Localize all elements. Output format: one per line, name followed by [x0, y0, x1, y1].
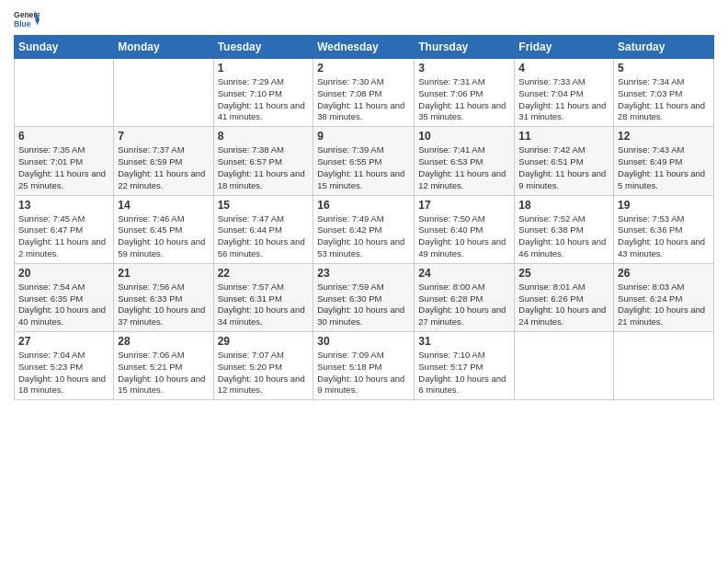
day-number: 26: [618, 267, 710, 280]
calendar-header-monday: Monday: [114, 36, 213, 59]
day-number: 15: [218, 199, 310, 212]
day-info: Sunrise: 7:34 AM Sunset: 7:03 PM Dayligh…: [618, 76, 710, 123]
day-number: 4: [518, 62, 609, 75]
svg-marker-3: [35, 19, 40, 25]
day-info: Sunrise: 7:09 AM Sunset: 5:18 PM Dayligh…: [317, 350, 410, 396]
day-info: Sunrise: 7:10 AM Sunset: 5:17 PM Dayligh…: [418, 350, 510, 396]
calendar-cell: 20Sunrise: 7:54 AM Sunset: 6:35 PM Dayli…: [15, 263, 114, 331]
calendar-cell: 28Sunrise: 7:06 AM Sunset: 5:21 PM Dayli…: [114, 332, 213, 400]
day-info: Sunrise: 7:57 AM Sunset: 6:31 PM Dayligh…: [218, 282, 310, 328]
calendar-cell: 17Sunrise: 7:50 AM Sunset: 6:40 PM Dayli…: [415, 195, 515, 263]
day-info: Sunrise: 7:49 AM Sunset: 6:42 PM Dayligh…: [317, 213, 410, 260]
day-number: 22: [218, 267, 310, 280]
day-number: 5: [618, 62, 710, 75]
calendar-cell: 4Sunrise: 7:33 AM Sunset: 7:04 PM Daylig…: [515, 59, 614, 127]
calendar-cell: 19Sunrise: 7:53 AM Sunset: 6:36 PM Dayli…: [614, 195, 714, 263]
calendar-week-row: 27Sunrise: 7:04 AM Sunset: 5:23 PM Dayli…: [15, 332, 714, 400]
calendar-cell: 3Sunrise: 7:31 AM Sunset: 7:06 PM Daylig…: [415, 59, 515, 127]
calendar-cell: 14Sunrise: 7:46 AM Sunset: 6:45 PM Dayli…: [114, 195, 213, 263]
header: General Blue: [14, 9, 714, 29]
calendar-cell: 22Sunrise: 7:57 AM Sunset: 6:31 PM Dayli…: [213, 263, 313, 331]
day-number: 25: [518, 267, 609, 280]
day-number: 2: [317, 62, 410, 75]
day-info: Sunrise: 7:38 AM Sunset: 6:57 PM Dayligh…: [218, 144, 310, 191]
day-info: Sunrise: 7:30 AM Sunset: 7:08 PM Dayligh…: [317, 76, 410, 123]
day-info: Sunrise: 7:39 AM Sunset: 6:55 PM Dayligh…: [317, 144, 410, 191]
calendar-cell: [515, 332, 614, 400]
calendar-week-row: 20Sunrise: 7:54 AM Sunset: 6:35 PM Dayli…: [15, 263, 714, 331]
calendar-header-saturday: Saturday: [614, 36, 714, 59]
calendar-cell: 10Sunrise: 7:41 AM Sunset: 6:53 PM Dayli…: [415, 127, 515, 195]
day-info: Sunrise: 7:42 AM Sunset: 6:51 PM Dayligh…: [518, 144, 609, 191]
day-info: Sunrise: 7:47 AM Sunset: 6:44 PM Dayligh…: [218, 213, 310, 260]
day-info: Sunrise: 7:35 AM Sunset: 7:01 PM Dayligh…: [18, 144, 109, 191]
calendar-cell: 11Sunrise: 7:42 AM Sunset: 6:51 PM Dayli…: [515, 127, 614, 195]
day-number: 9: [317, 130, 410, 143]
day-info: Sunrise: 8:01 AM Sunset: 6:26 PM Dayligh…: [518, 282, 609, 328]
calendar-cell: 6Sunrise: 7:35 AM Sunset: 7:01 PM Daylig…: [15, 127, 114, 195]
day-number: 19: [618, 199, 710, 212]
calendar-cell: 29Sunrise: 7:07 AM Sunset: 5:20 PM Dayli…: [213, 332, 313, 400]
calendar-cell: 31Sunrise: 7:10 AM Sunset: 5:17 PM Dayli…: [415, 332, 515, 400]
calendar-cell: 9Sunrise: 7:39 AM Sunset: 6:55 PM Daylig…: [313, 127, 415, 195]
logo: General Blue: [14, 9, 40, 29]
day-info: Sunrise: 7:41 AM Sunset: 6:53 PM Dayligh…: [418, 144, 510, 191]
calendar-week-row: 1Sunrise: 7:29 AM Sunset: 7:10 PM Daylig…: [15, 59, 714, 127]
calendar-cell: 15Sunrise: 7:47 AM Sunset: 6:44 PM Dayli…: [213, 195, 313, 263]
day-info: Sunrise: 7:59 AM Sunset: 6:30 PM Dayligh…: [317, 282, 410, 328]
calendar-cell: 13Sunrise: 7:45 AM Sunset: 6:47 PM Dayli…: [15, 195, 114, 263]
day-number: 3: [418, 62, 510, 75]
day-number: 12: [618, 130, 710, 143]
calendar-cell: [15, 59, 114, 127]
day-number: 30: [317, 335, 410, 348]
calendar-cell: 1Sunrise: 7:29 AM Sunset: 7:10 PM Daylig…: [213, 59, 313, 127]
svg-text:Blue: Blue: [14, 19, 31, 29]
day-info: Sunrise: 7:33 AM Sunset: 7:04 PM Dayligh…: [518, 76, 609, 123]
day-info: Sunrise: 7:46 AM Sunset: 6:45 PM Dayligh…: [118, 213, 209, 260]
day-info: Sunrise: 7:37 AM Sunset: 6:59 PM Dayligh…: [118, 144, 209, 191]
calendar-cell: 30Sunrise: 7:09 AM Sunset: 5:18 PM Dayli…: [313, 332, 415, 400]
calendar-cell: 26Sunrise: 8:03 AM Sunset: 6:24 PM Dayli…: [614, 263, 714, 331]
day-info: Sunrise: 7:06 AM Sunset: 5:21 PM Dayligh…: [118, 350, 209, 396]
calendar-cell: 18Sunrise: 7:52 AM Sunset: 6:38 PM Dayli…: [515, 195, 614, 263]
day-number: 18: [518, 199, 609, 212]
day-number: 20: [18, 267, 109, 280]
day-number: 11: [518, 130, 609, 143]
day-info: Sunrise: 7:29 AM Sunset: 7:10 PM Dayligh…: [218, 76, 310, 123]
day-number: 31: [418, 335, 510, 348]
day-info: Sunrise: 7:43 AM Sunset: 6:49 PM Dayligh…: [618, 144, 710, 191]
day-info: Sunrise: 7:56 AM Sunset: 6:33 PM Dayligh…: [118, 282, 209, 328]
day-info: Sunrise: 8:03 AM Sunset: 6:24 PM Dayligh…: [618, 282, 710, 328]
calendar-header-thursday: Thursday: [415, 36, 515, 59]
day-number: 29: [218, 335, 310, 348]
day-info: Sunrise: 7:52 AM Sunset: 6:38 PM Dayligh…: [518, 213, 609, 260]
day-info: Sunrise: 7:45 AM Sunset: 6:47 PM Dayligh…: [18, 213, 109, 260]
day-info: Sunrise: 7:04 AM Sunset: 5:23 PM Dayligh…: [18, 350, 109, 396]
calendar-header-wednesday: Wednesday: [313, 36, 415, 59]
day-number: 10: [418, 130, 510, 143]
day-number: 21: [118, 267, 209, 280]
day-number: 27: [18, 335, 109, 348]
day-number: 17: [418, 199, 510, 212]
day-number: 1: [218, 62, 310, 75]
day-number: 24: [418, 267, 510, 280]
day-info: Sunrise: 7:31 AM Sunset: 7:06 PM Dayligh…: [418, 76, 510, 123]
calendar-cell: 7Sunrise: 7:37 AM Sunset: 6:59 PM Daylig…: [114, 127, 213, 195]
calendar-cell: 24Sunrise: 8:00 AM Sunset: 6:28 PM Dayli…: [415, 263, 515, 331]
calendar-cell: 27Sunrise: 7:04 AM Sunset: 5:23 PM Dayli…: [15, 332, 114, 400]
calendar-cell: 12Sunrise: 7:43 AM Sunset: 6:49 PM Dayli…: [614, 127, 714, 195]
day-number: 14: [118, 199, 209, 212]
calendar-cell: 8Sunrise: 7:38 AM Sunset: 6:57 PM Daylig…: [213, 127, 313, 195]
calendar-header-sunday: Sunday: [15, 36, 114, 59]
calendar-cell: 5Sunrise: 7:34 AM Sunset: 7:03 PM Daylig…: [614, 59, 714, 127]
calendar-cell: 16Sunrise: 7:49 AM Sunset: 6:42 PM Dayli…: [313, 195, 415, 263]
day-info: Sunrise: 7:07 AM Sunset: 5:20 PM Dayligh…: [218, 350, 310, 396]
calendar-header-row: SundayMondayTuesdayWednesdayThursdayFrid…: [15, 36, 714, 59]
calendar-header-friday: Friday: [515, 36, 614, 59]
page: General Blue SundayMondayTuesdayWednesda…: [0, 0, 728, 563]
calendar-cell: 23Sunrise: 7:59 AM Sunset: 6:30 PM Dayli…: [313, 263, 415, 331]
day-number: 13: [18, 199, 109, 212]
calendar-header-tuesday: Tuesday: [213, 36, 313, 59]
day-number: 6: [18, 130, 109, 143]
calendar-week-row: 6Sunrise: 7:35 AM Sunset: 7:01 PM Daylig…: [15, 127, 714, 195]
